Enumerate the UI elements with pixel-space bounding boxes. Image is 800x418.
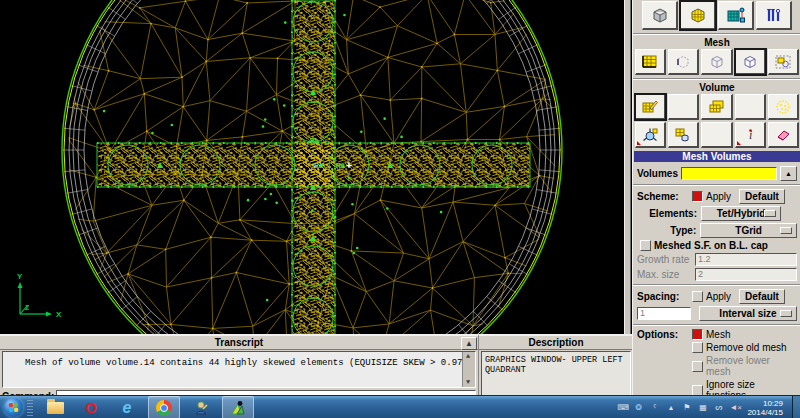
mesh-volume-icon xyxy=(641,99,659,115)
volume-button-blank-2[interactable] xyxy=(735,94,766,120)
volume-muted-icon[interactable]: ◄× xyxy=(729,403,740,412)
geometry-button[interactable] xyxy=(642,1,678,30)
start-button[interactable] xyxy=(4,398,23,417)
folder-icon xyxy=(47,402,64,414)
device-tray-icon[interactable]: ▦ xyxy=(697,403,708,412)
svg-text:Ra: Ra xyxy=(336,162,345,169)
form-titlebar: Mesh Volumes xyxy=(634,151,800,162)
spacing-default-button[interactable]: Default xyxy=(739,289,785,304)
mesh-button[interactable] xyxy=(680,1,716,30)
smooth-sphere-icon xyxy=(641,127,659,143)
unstack-mesh-button[interactable] xyxy=(668,122,699,148)
stack-mesh-button[interactable] xyxy=(701,94,732,120)
volumes-row: Volumes ▲ xyxy=(633,163,800,182)
edge-mesh-button[interactable] xyxy=(668,49,699,75)
separator xyxy=(633,78,800,80)
option-ignore-sf-checkbox[interactable] xyxy=(692,385,703,396)
explorer-taskbar-item[interactable] xyxy=(40,397,70,418)
show-desktop-button[interactable] xyxy=(792,396,800,418)
meshed-sf-checkbox[interactable] xyxy=(640,240,651,251)
ie-taskbar-item[interactable]: e xyxy=(112,397,142,418)
dropdown-flag-icon xyxy=(637,141,641,145)
boundary-layer-mesh-button[interactable] xyxy=(635,49,666,75)
scheme-apply-checkbox[interactable] xyxy=(692,191,703,202)
smooth-mesh-button[interactable] xyxy=(635,122,666,148)
stubble-mesh-button[interactable] xyxy=(768,94,799,120)
face-cube-icon xyxy=(708,54,726,70)
transcript-log[interactable]: Mesh of volume volume.14 contains 44 hig… xyxy=(2,351,476,388)
type-optionmenu[interactable]: TGrid xyxy=(700,223,797,238)
face-mesh-button[interactable] xyxy=(701,49,732,75)
delete-mesh-button[interactable] xyxy=(768,122,799,148)
imagetool-tray-icon[interactable]: ˁ xyxy=(649,403,660,412)
network-tray-icon[interactable]: ᔕ xyxy=(713,403,724,412)
pick-list-button[interactable]: ▲ xyxy=(780,166,797,181)
volume-section-label: Volume xyxy=(633,82,800,93)
volumes-input[interactable] xyxy=(681,167,777,180)
option-remove-lower-checkbox xyxy=(692,361,703,372)
scroll-up-icon[interactable]: ▲ xyxy=(463,352,473,361)
svg-text:Y: Y xyxy=(17,272,23,281)
gambit-icon xyxy=(230,400,246,416)
volume-mesh-button[interactable] xyxy=(735,49,766,75)
max-size-input[interactable]: 2 xyxy=(695,268,797,281)
volume-button-blank-3[interactable] xyxy=(701,122,732,148)
mesh-toolbar xyxy=(633,48,800,76)
keyboard-tray-icon[interactable]: ⌨ xyxy=(617,403,628,412)
taskbar-grip xyxy=(27,400,33,416)
optionmenu-dash-icon xyxy=(764,210,776,217)
options-label: Options: xyxy=(637,329,689,340)
opera-taskbar-item[interactable]: O xyxy=(76,397,106,418)
group-mesh-button[interactable] xyxy=(768,49,799,75)
tools-button[interactable] xyxy=(756,1,792,30)
operation-panel: Mesh xyxy=(632,0,800,395)
elements-optionmenu[interactable]: Tet/Hybrid xyxy=(701,206,781,221)
scroll-down-icon[interactable]: ▼ xyxy=(463,378,473,387)
mesh-scene: YXZRaRaRa+ xyxy=(0,0,620,334)
option-remove-old-label: Remove old mesh xyxy=(706,342,787,353)
options-row-mesh: Options: Mesh xyxy=(633,328,800,341)
dotted-ball-icon xyxy=(774,99,792,115)
volume-toolbar-row1 xyxy=(633,93,800,121)
option-mesh-checkbox[interactable] xyxy=(692,329,703,340)
summarize-button[interactable]: i xyxy=(735,122,766,148)
system-tray: ⌨ ❂ ˁ ▴ ⚑ ▦ ᔕ ◄× 10:29 2014/4/15 xyxy=(617,396,800,418)
growth-rate-label: Growth rate xyxy=(637,254,695,265)
scheme-default-button[interactable]: Default xyxy=(739,189,785,204)
interval-optionmenu[interactable]: Interval size xyxy=(699,306,797,321)
scheme-label: Scheme: xyxy=(637,191,689,202)
clock-date: 2014/4/15 xyxy=(747,408,783,417)
scheme-row: Scheme: Apply Default xyxy=(633,188,800,205)
growth-rate-input[interactable]: 1.2 xyxy=(695,253,797,266)
option-remove-lower-label: Remove lower mesh xyxy=(706,355,797,377)
options-row-remove-old: Remove old mesh xyxy=(633,341,800,354)
gambit-taskbar-item[interactable] xyxy=(222,396,254,418)
help-tray-icon[interactable]: ❂ xyxy=(633,403,644,412)
chrome-taskbar-item[interactable] xyxy=(148,396,180,418)
separator xyxy=(633,33,800,35)
elements-row: Elements: Tet/Hybrid xyxy=(633,205,800,222)
show-hidden-icons[interactable]: ▴ xyxy=(665,403,676,412)
growth-rate-row: Growth rate 1.2 xyxy=(633,252,800,267)
volume-button-blank-1[interactable] xyxy=(668,94,699,120)
type-label: Type: xyxy=(637,225,700,236)
mesh-volumes-button[interactable] xyxy=(635,94,666,120)
option-remove-old-checkbox[interactable] xyxy=(692,342,703,353)
taskbar-clock[interactable]: 10:29 2014/4/15 xyxy=(747,399,783,417)
volume-cube-icon xyxy=(741,54,759,70)
zones-button[interactable] xyxy=(718,1,754,30)
separator xyxy=(633,324,800,326)
svg-text:Ra: Ra xyxy=(310,137,319,144)
mesh-section-label: Mesh xyxy=(633,37,800,48)
graphics-viewport[interactable]: YXZRaRaRa+ xyxy=(0,0,620,334)
tools-icon xyxy=(764,6,784,24)
spacing-input[interactable]: 1 xyxy=(637,307,691,320)
app-taskbar-item[interactable] xyxy=(186,397,216,418)
interval-value: Interval size xyxy=(719,308,776,319)
transcript-shade-button[interactable]: ▲ xyxy=(461,337,477,350)
group-icon xyxy=(774,54,792,70)
transcript-scrollbar[interactable]: ▲ ▼ xyxy=(462,352,475,387)
spacing-apply-checkbox[interactable] xyxy=(692,291,703,302)
action-center-icon[interactable]: ⚑ xyxy=(681,403,692,412)
mesh-cube-icon xyxy=(688,6,708,24)
